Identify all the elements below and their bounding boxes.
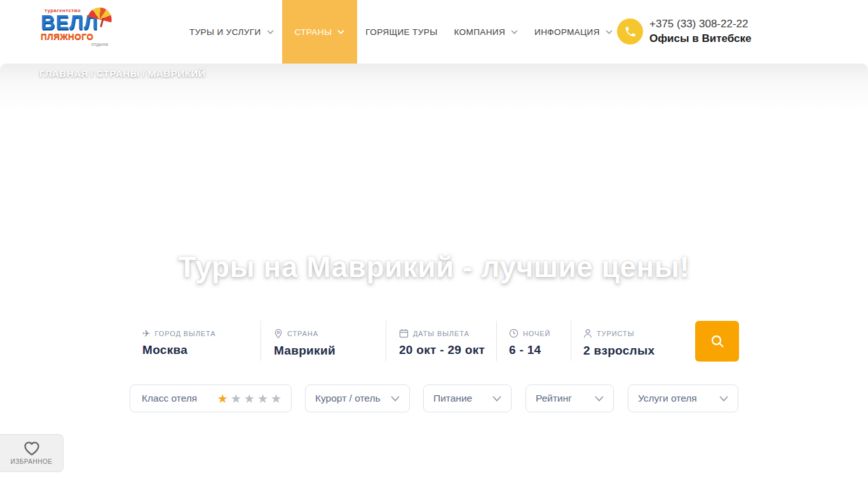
phone-text: +375 (33) 308-22-22 Офисы в Витебске [649,17,751,46]
nav-item-hot-tours[interactable]: ГОРЯЩИЕ ТУРЫ [357,0,445,64]
field-label: НОЧЕЙ [523,330,550,337]
logo-rest-text: отдыха [41,41,108,47]
chevron-down-icon [492,396,501,402]
chevron-down-icon [511,30,518,34]
chevron-down-icon [337,30,344,34]
chevron-down-icon [267,30,274,34]
field-value: 20 окт - 29 окт [399,343,485,357]
chevron-down-icon [595,396,604,402]
field-divider [496,321,497,361]
phone-icon [617,18,643,44]
nights-field[interactable]: НОЧЕЙ 6 - 14 [509,329,550,357]
star-icon[interactable]: ★ [231,393,241,405]
filter-label: Класс отеля [142,393,197,404]
breadcrumb-countries[interactable]: СТРАНЫ [97,68,140,79]
resort-hotel-filter[interactable]: Курорт / отель [305,384,410,412]
nav-item-label: ТУРЫ И УСЛУГИ [189,27,261,37]
filter-label: Курорт / отель [315,393,381,404]
nav-item-information[interactable]: ИНФОРМАЦИЯ [526,0,621,64]
field-label: СТРАНА [287,330,318,337]
field-divider [571,321,571,361]
hotel-services-filter[interactable]: Услуги отеля [628,384,738,412]
nav-item-company[interactable]: КОМПАНИЯ [445,0,526,64]
hotel-class-stars: ★ ★ ★ ★ ★ [217,393,281,405]
calendar-icon [399,329,409,338]
page-title: Туры на Маврикий - лучшие цены! [0,250,868,284]
logo[interactable]: турагентство ВЕЛЛ ПЛЯЖНОГО отдыха [41,8,111,57]
field-label: ТУРИСТЫ [597,330,634,337]
main-nav: ТУРЫ И УСЛУГИ СТРАНЫ ГОРЯЩИЕ ТУРЫ КОМПАН… [181,0,621,64]
nav-item-tours-services[interactable]: ТУРЫ И УСЛУГИ [181,0,282,64]
tourists-field[interactable]: ТУРИСТЫ 2 взрослых [583,329,654,358]
nav-item-label: КОМПАНИЯ [454,27,505,37]
breadcrumb-current: МАВРИКИЙ [148,68,205,79]
meals-filter[interactable]: Питание [423,384,512,412]
field-divider [261,321,261,361]
nav-item-label: СТРАНЫ [295,27,332,37]
phone-number[interactable]: +375 (33) 308-22-22 [649,17,751,31]
field-value: Москва [142,343,216,357]
phone-block[interactable]: +375 (33) 308-22-22 Офисы в Витебске [617,17,751,46]
chevron-down-icon [719,396,728,402]
breadcrumb: ГЛАВНАЯ/СТРАНЫ/МАВРИКИЙ [39,68,205,79]
star-icon[interactable]: ★ [257,393,268,405]
page: турагентство ВЕЛЛ ПЛЯЖНОГО отдыха ТУРЫ И… [0,0,868,488]
field-divider [386,321,386,361]
favorites-label: ИЗБРАННОЕ [11,458,53,465]
logo-beach-text: ПЛЯЖНОГО [41,32,111,41]
chevron-down-icon [391,396,400,402]
search-icon [710,334,725,349]
search-button[interactable] [695,321,739,362]
breadcrumb-home[interactable]: ГЛАВНАЯ [39,68,88,79]
field-value: Маврикий [274,344,336,358]
star-icon[interactable]: ★ [217,393,228,405]
user-icon [583,329,592,339]
field-label: ДАТЫ ВЫЛЕТА [413,330,470,337]
hero-section: ГЛАВНАЯ/СТРАНЫ/МАВРИКИЙ Туры на Маврикий… [0,64,868,488]
heart-icon [24,441,40,456]
field-value: 6 - 14 [509,343,550,357]
nav-item-label: ИНФОРМАЦИЯ [534,27,600,37]
clock-icon [509,329,519,338]
breadcrumb-separator: / [91,68,94,79]
breadcrumb-separator: / [142,68,146,79]
rating-filter[interactable]: Рейтинг [526,384,614,412]
header: турагентство ВЕЛЛ ПЛЯЖНОГО отдыха ТУРЫ И… [0,0,868,64]
country-field[interactable]: СТРАНА Маврикий [274,329,336,358]
departure-city-field[interactable]: ✈ ГОРОД ВЫЛЕТА Москва [142,329,216,357]
star-icon[interactable]: ★ [271,393,281,405]
plane-icon: ✈ [142,329,151,338]
filter-label: Питание [433,393,472,404]
field-value: 2 взрослых [583,344,654,358]
filter-label: Услуги отеля [638,393,697,404]
offices-link[interactable]: Офисы в Витебске [649,31,751,46]
chevron-down-icon [606,30,613,34]
star-icon[interactable]: ★ [244,393,255,405]
field-label: ГОРОД ВЫЛЕТА [155,330,216,337]
pin-icon [274,329,283,339]
filter-label: Рейтинг [536,393,572,404]
nav-item-label: ГОРЯЩИЕ ТУРЫ [365,27,437,37]
nav-item-countries[interactable]: СТРАНЫ [282,0,358,64]
hotel-class-filter[interactable]: Класс отеля ★ ★ ★ ★ ★ [130,384,292,412]
departure-dates-field[interactable]: ДАТЫ ВЫЛЕТА 20 окт - 29 окт [399,329,485,357]
favorites-widget[interactable]: ИЗБРАННОЕ [0,434,64,472]
